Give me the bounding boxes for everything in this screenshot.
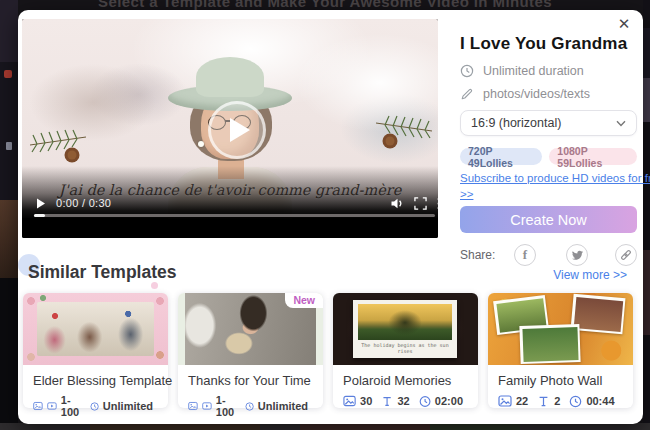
price-badges: 720P 49Lollies 1080P 59Lollies	[460, 148, 637, 165]
template-title: Elder Blessing Template	[33, 373, 158, 388]
clock-icon	[569, 395, 582, 408]
pine-branch-decoration	[372, 101, 434, 157]
photos-icon	[33, 399, 43, 413]
aspect-ratio-select[interactable]: 16:9 (horizontal)	[460, 110, 637, 136]
template-card-elder-blessing[interactable]: Elder Blessing Template 1-100 Unlimited	[23, 293, 168, 408]
duration-row: Unlimited duration	[460, 64, 584, 78]
create-now-button[interactable]: Create Now	[460, 206, 637, 233]
clock-icon	[460, 64, 474, 78]
volume-icon[interactable]	[391, 198, 404, 209]
polaroid-photo: The holiday begins as the sun rises	[353, 300, 457, 358]
page-background: Select a Template and Make Your Awesome …	[0, 0, 650, 430]
background-right-content	[643, 0, 650, 430]
share-label: Share:	[460, 248, 495, 262]
pencil-icon	[460, 87, 474, 101]
similar-templates-heading: Similar Templates	[28, 262, 177, 283]
template-title: Polaroid Memories	[343, 373, 468, 388]
fullscreen-icon[interactable]	[414, 197, 427, 210]
template-meta: 22 2 00:44	[498, 394, 623, 408]
template-card-thanks-for-your-time[interactable]: New Thanks for Your Time 1-100 Unlimited	[178, 293, 323, 408]
play-button[interactable]	[208, 101, 266, 159]
template-thumbnail	[488, 293, 633, 365]
share-row: Share: f	[460, 244, 637, 266]
polaroid-caption: The holiday begins as the sun rises	[358, 342, 452, 354]
template-thumbnail: New	[178, 293, 323, 365]
view-more-link[interactable]: View more >>	[553, 268, 627, 282]
progress-played	[34, 214, 45, 218]
template-card-polaroid-memories[interactable]: The holiday begins as the sun rises Pola…	[333, 293, 478, 408]
video-controls: 0:00 / 0:30	[22, 166, 438, 238]
photos-icon	[498, 394, 512, 408]
background-bottom-content	[0, 423, 650, 430]
facebook-icon: f	[523, 247, 527, 263]
link-icon	[619, 248, 633, 262]
twitter-icon	[571, 249, 584, 262]
videos-icon	[202, 399, 212, 413]
chevron-down-icon	[616, 120, 626, 127]
photos-icon	[188, 399, 198, 413]
play-icon[interactable]	[36, 198, 46, 209]
background-heart-artifact	[4, 70, 12, 78]
video-time: 0:00 / 0:30	[56, 197, 111, 209]
video-player[interactable]: J'ai de la chance de t'avoir comme grand…	[22, 19, 438, 238]
text-icon	[381, 395, 393, 408]
decorative-pink-dot	[151, 282, 158, 289]
template-meta: 1-100 Unlimited	[33, 394, 158, 418]
more-options-icon[interactable]	[437, 197, 438, 210]
template-thumbnail: The holiday begins as the sun rises	[333, 293, 478, 365]
background-left-content	[0, 0, 18, 430]
clock-icon	[245, 400, 254, 413]
template-meta: 1-100 Unlimited	[188, 394, 313, 418]
badge-720p: 720P 49Lollies	[460, 148, 542, 165]
photos-icon	[343, 394, 356, 408]
videos-icon	[47, 399, 57, 413]
clock-icon	[90, 400, 99, 413]
share-twitter-button[interactable]	[566, 244, 588, 266]
template-title: Thanks for Your Time	[188, 373, 313, 388]
template-card-family-photo-wall[interactable]: Family Photo Wall 22 2 00:44	[488, 293, 633, 408]
template-preview-modal: ✕	[18, 10, 643, 424]
badge-1080p: 1080P 59Lollies	[549, 148, 637, 165]
close-icon[interactable]: ✕	[613, 13, 635, 35]
video-progress-bar[interactable]	[34, 214, 435, 218]
template-title: I Love You Grandma	[460, 34, 627, 54]
play-icon	[230, 118, 250, 142]
share-facebook-button[interactable]: f	[514, 244, 536, 266]
template-meta: 30 32 02:00	[343, 394, 468, 408]
text-icon	[537, 395, 550, 408]
clock-icon	[419, 395, 431, 408]
template-thumbnail	[23, 293, 168, 365]
new-badge: New	[285, 293, 323, 308]
pine-branch-decoration	[28, 115, 90, 171]
media-types-row: photos/videos/texts	[460, 87, 590, 101]
subscribe-link[interactable]: Subscribe to produce HD videos for free	[460, 172, 650, 184]
template-title: Family Photo Wall	[498, 373, 623, 388]
subscribe-link-arrows[interactable]: >>	[460, 188, 473, 200]
share-copy-link-button[interactable]	[615, 244, 637, 266]
background-page-title: Select a Template and Make Your Awesome …	[0, 0, 650, 10]
